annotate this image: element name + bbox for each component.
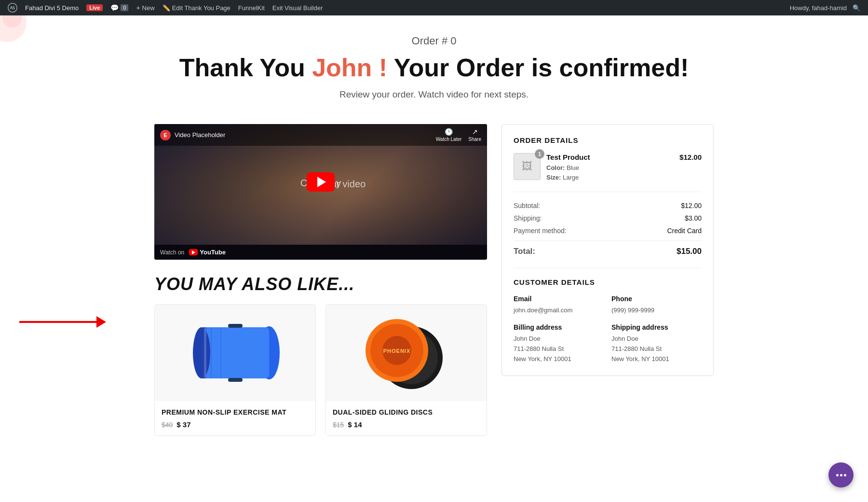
billing-value: John Doe 711-2880 Nulla St New York, NY … <box>514 334 604 364</box>
shipping-label: Shipping: <box>514 214 542 222</box>
product-detail-name: Test Product <box>546 153 674 161</box>
size-label: Size: <box>546 174 561 181</box>
order-product-row: 🖼 1 Test Product Color: Blue Size: Large <box>514 153 702 192</box>
billing-street: 711-2880 Nulla St <box>514 345 564 352</box>
youtube-logo: YouTube <box>189 249 226 256</box>
total-value: $15.00 <box>677 247 702 256</box>
corner-decoration <box>0 15 48 64</box>
clock-icon: 🕐 <box>445 128 453 136</box>
adminbar-right: Howdy, fahad-hamid 🔍 <box>790 0 864 15</box>
red-arrow-indicator <box>19 316 106 328</box>
total-label: Total: <box>514 247 535 256</box>
image-placeholder-icon: 🖼 <box>522 160 532 173</box>
svg-point-0 <box>0 15 27 42</box>
price-new-gliding-discs: $ 14 <box>348 420 362 429</box>
page-wrapper: Order # 0 Thank You John ! Your Order is… <box>145 0 723 465</box>
svg-rect-9 <box>228 378 243 382</box>
exit-builder-button[interactable]: Exit Visual Builder <box>269 0 327 15</box>
funnelkit-button[interactable]: FunnelKit <box>234 0 269 15</box>
share-icon: ↗ <box>472 128 478 136</box>
arrow-line <box>19 321 96 323</box>
fab-dot-2 <box>840 474 842 476</box>
site-name[interactable]: Fahad Divi 5 Demo <box>21 0 82 15</box>
order-subtitle: Review your order. Watch video for next … <box>154 89 714 100</box>
total-line: Total: $15.00 <box>514 240 702 256</box>
subtotal-line: Subtotal: $12.00 <box>514 202 702 209</box>
main-content: E Video Placeholder 🕐 Watch Later ↗ Shar… <box>145 124 723 436</box>
youtube-play-icon <box>192 251 195 254</box>
comments-button[interactable]: 💬 0 <box>107 0 132 15</box>
order-details-title: ORDER DETAILS <box>514 136 702 144</box>
elementor-icon: E <box>160 130 171 140</box>
billing-col: Billing address John Doe 711-2880 Nulla … <box>514 323 604 364</box>
product-name-yoga-mat: PREMIUM NON-SLIP EXERCISE MAT <box>162 408 309 417</box>
fab-button[interactable] <box>828 462 854 488</box>
product-info-yoga-mat: PREMIUM NON-SLIP EXERCISE MAT $40 $ 37 <box>155 401 315 435</box>
video-placeholder-text: Video Placeholder <box>175 131 225 139</box>
payment-value: Credit Card <box>667 227 702 235</box>
watch-later-button[interactable]: 🕐 Watch Later <box>436 128 462 142</box>
live-badge[interactable]: Live <box>82 0 107 15</box>
shipping-line: Shipping: $3.00 <box>514 214 702 222</box>
video-container[interactable]: E Video Placeholder 🕐 Watch Later ↗ Shar… <box>154 124 487 260</box>
svg-point-5 <box>193 327 210 378</box>
share-button[interactable]: ↗ Share <box>468 128 481 142</box>
left-column: E Video Placeholder 🕐 Watch Later ↗ Shar… <box>154 124 487 436</box>
video-play-button[interactable] <box>307 172 335 192</box>
new-button[interactable]: + New <box>132 0 158 15</box>
video-header-right: 🕐 Watch Later ↗ Share <box>436 128 481 142</box>
product-name-gliding-discs: DUAL-SIDED GLIDING DISCS <box>333 408 480 417</box>
product-info-gliding-discs: DUAL-SIDED GLIDING DISCS $15 $ 14 <box>326 401 487 435</box>
edit-page-button[interactable]: ✏️ Edit Thank You Page <box>159 0 234 15</box>
color-label: Color: <box>546 164 565 171</box>
product-price-gliding-discs: $15 $ 14 <box>333 420 480 429</box>
email-label: Email <box>514 295 604 303</box>
shipping-label: Shipping address <box>611 323 702 331</box>
thank-you-text1: Thank You <box>179 54 312 82</box>
billing-label: Billing address <box>514 323 604 331</box>
fab-dot-3 <box>844 474 846 476</box>
product-detail-price: $12.00 <box>679 153 702 161</box>
svg-point-1 <box>2 15 22 28</box>
fab-dot-1 <box>836 474 839 476</box>
svg-rect-8 <box>228 324 243 328</box>
phone-label: Phone <box>611 295 702 303</box>
video-header-left: E Video Placeholder <box>160 130 225 140</box>
billing-city: New York, NY 10001 <box>514 355 571 363</box>
shipping-city: New York, NY 10001 <box>611 355 669 363</box>
video-choose-text-right: ur video <box>331 179 366 190</box>
customer-details-title: CUSTOMER DETAILS <box>514 278 702 286</box>
product-quantity-badge: 1 <box>535 149 544 159</box>
shipping-value: John Doe 711-2880 Nulla St New York, NY … <box>611 334 702 364</box>
arrow-head <box>96 316 106 328</box>
product-card-gliding-discs[interactable]: PHOENIX PHOENIX DUAL-SIDED GLIDING DISCS… <box>326 304 487 436</box>
product-card-yoga-mat[interactable]: PREMIUM NON-SLIP EXERCISE MAT $40 $ 37 <box>154 304 316 436</box>
wp-logo[interactable] <box>4 0 21 15</box>
price-new-yoga-mat: $ 37 <box>176 420 190 429</box>
shipping-value: $3.00 <box>685 214 702 222</box>
watch-on-label: Watch on <box>160 249 184 256</box>
order-number: Order # 0 <box>154 35 714 47</box>
right-column: ORDER DETAILS 🖼 1 Test Product Color: Bl… <box>502 124 714 376</box>
search-icon-admin[interactable]: 🔍 <box>849 0 864 15</box>
price-old-yoga-mat: $40 <box>162 421 173 429</box>
svg-text:PHOENIX: PHOENIX <box>383 348 410 354</box>
product-image-yoga-mat <box>155 305 315 401</box>
video-header: E Video Placeholder 🕐 Watch Later ↗ Shar… <box>154 124 487 146</box>
customer-details-section: CUSTOMER DETAILS Email john.doe@gmail.co… <box>514 268 702 364</box>
order-header: Order # 0 Thank You John ! Your Order is… <box>145 15 723 124</box>
color-value: Blue <box>567 164 579 171</box>
video-footer: Watch on YouTube <box>154 245 487 260</box>
svg-rect-10 <box>204 328 206 377</box>
email-col: Email john.doe@gmail.com <box>514 295 604 316</box>
product-image-gliding-discs: PHOENIX PHOENIX <box>326 305 487 401</box>
admin-bar: Fahad Divi 5 Demo Live 💬 0 + New ✏️ Edit… <box>0 0 868 15</box>
also-like-heading: YOU MAY ALSO LIKE... <box>154 274 487 294</box>
order-details-box: ORDER DETAILS 🖼 1 Test Product Color: Bl… <box>502 124 714 376</box>
payment-line: Payment method: Credit Card <box>514 227 702 235</box>
email-value: john.doe@gmail.com <box>514 306 604 316</box>
subtotal-label: Subtotal: <box>514 202 540 209</box>
thank-you-heading: Thank You John ! Your Order is confirmed… <box>154 54 714 82</box>
customer-grid: Email john.doe@gmail.com Phone (999) 999… <box>514 295 702 364</box>
customer-name: John ! <box>312 54 387 82</box>
